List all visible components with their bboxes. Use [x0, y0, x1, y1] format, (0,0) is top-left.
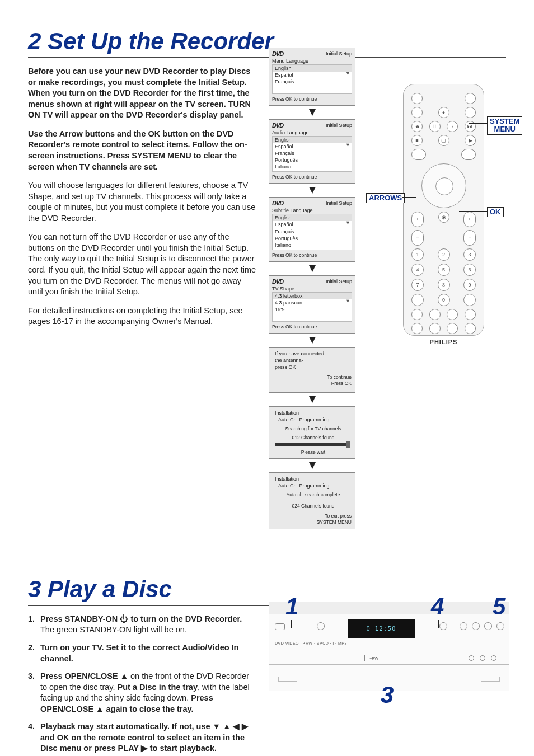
remote-nav-ring: [421, 163, 466, 208]
osd-line: To continue: [327, 374, 352, 380]
osd-item: Français: [275, 150, 349, 157]
remote-button: [465, 309, 476, 320]
diagram-number-1: 1: [285, 593, 298, 620]
osd-item: Español: [275, 221, 349, 228]
philips-brand-label: PHILIPS: [408, 339, 479, 345]
osd-line: 024 Channels found: [275, 503, 352, 509]
osd-subtitle-language: DVDInitial Setup Subtitle Language ▲▼ En…: [269, 197, 355, 262]
section-2-p1: You will choose languages for different …: [28, 180, 257, 224]
callout-system-menu: SYSTEMMENU: [487, 116, 522, 135]
osd-item-selected: 4:3 letterbox: [273, 293, 352, 299]
osd-title: Menu Language: [272, 58, 352, 64]
osd-title: Subtitle Language: [272, 208, 352, 213]
remote-button: +: [463, 212, 476, 227]
down-arrow-icon: [309, 337, 316, 344]
section-2-intro: Before you can use your new DVD Recorder…: [28, 66, 257, 121]
section-2-p3: For detailed instructions on completing …: [28, 306, 257, 327]
prev-button: [460, 622, 467, 630]
remote-button: [447, 323, 458, 334]
standby-on-button: [275, 623, 285, 630]
section-2-text-column: Before you can use your new DVD Recorder…: [28, 66, 257, 335]
dvd-logo-icon: DVD: [272, 122, 283, 129]
device-lower-strip: +RW: [269, 652, 509, 665]
remote-button: [463, 294, 476, 306]
front-av-jacks: [469, 655, 496, 661]
osd-item: Português: [275, 235, 349, 242]
remote-button: [447, 309, 458, 320]
diagram-number-5: 5: [493, 593, 505, 620]
remote-digit-button: 9: [463, 279, 476, 291]
step-1: 1. Press STANDBY-ON ⏻ to turn on the DVD…: [28, 614, 252, 636]
osd-header: Initial Setup: [326, 200, 352, 206]
osd-item: Français: [275, 228, 349, 235]
osd-line: Auto Ch. Programming: [278, 483, 352, 489]
remote-button: −: [411, 230, 424, 246]
osd-item-selected: English: [273, 214, 352, 221]
osd-line: Please wait: [275, 449, 352, 455]
remote-button: [461, 149, 476, 160]
remote-body: ● ⏮⏸›⏭ ■▢▶ +◉+ −− 123 456 789 0 PHILIPS: [403, 84, 484, 336]
osd-line: Installation: [275, 476, 352, 482]
remote-digit-button: 3: [463, 248, 476, 261]
osd-menu-stack: DVDInitial Setup Menu Language ▲▼ Englis…: [269, 48, 355, 529]
osd-line: the antenna-: [275, 358, 352, 363]
remote-digit-button: 0: [438, 294, 450, 306]
remote-button: ⏭: [465, 121, 476, 132]
dvd-logo-icon: DVD: [272, 200, 283, 206]
progress-bar: [275, 443, 348, 446]
osd-line: To exit press: [325, 513, 352, 519]
device-main-panel: 0 12:50 DVD VIDEO · +RW · SVCD · i · MP3: [269, 614, 509, 652]
open-close-button: [317, 622, 325, 630]
osd-title: TV Shape: [272, 286, 352, 292]
section-2-instructions: Use the Arrow buttons and the OK button …: [28, 129, 257, 172]
osd-footer: Press OK to continue: [272, 252, 352, 258]
remote-button: [411, 309, 423, 320]
osd-complete: Installation Auto Ch. Programming Auto c…: [269, 472, 355, 529]
remote-button: [411, 294, 424, 306]
remote-button: ▢: [438, 135, 449, 146]
section-2-title: 2 Set Up the Recorder: [28, 28, 506, 58]
section-2-p2: You can not turn off the DVD Recorder or…: [28, 232, 257, 297]
osd-footer: Press OK to continue: [272, 96, 352, 102]
device-playback-controls: [439, 622, 504, 630]
dvd-logo-icon: DVD: [272, 50, 283, 57]
osd-item: 4:3 panscan: [275, 299, 349, 306]
osd-tv-shape: DVDInitial Setup TV Shape ▲▼ 4:3 letterb…: [269, 275, 355, 334]
diagram-number-3: 3: [381, 682, 394, 708]
osd-searching: Installation Auto Ch. Programming Search…: [269, 406, 355, 459]
stop-button: [472, 622, 480, 630]
remote-button: [465, 323, 476, 334]
osd-item: Italiano: [275, 242, 349, 248]
osd-title: Audio Language: [272, 130, 352, 135]
remote-button: [411, 323, 423, 334]
remote-button: ›: [447, 121, 458, 132]
osd-line: Press OK: [331, 381, 352, 386]
dvd-recorder-front-panel: 0 12:50 DVD VIDEO · +RW · SVCD · i · MP3…: [269, 602, 509, 691]
remote-record-button: ●: [438, 107, 449, 118]
remote-button: [429, 323, 441, 334]
progress-handle: [346, 441, 350, 448]
osd-line: Searching for TV channels: [275, 426, 352, 431]
osd-menu-language: DVDInitial Setup Menu Language ▲▼ Englis…: [269, 48, 355, 106]
device-bezel: [269, 665, 509, 678]
remote-button: [411, 93, 423, 104]
device-top-edge: [269, 602, 509, 614]
osd-line: press OK: [275, 364, 352, 370]
down-arrow-icon: [309, 265, 316, 272]
remote-button: [411, 149, 426, 160]
remote-button: [465, 107, 476, 118]
osd-audio-language: DVDInitial Setup Audio Language ▲▼ Engli…: [269, 119, 355, 184]
osd-header: Initial Setup: [326, 123, 352, 128]
remote-digit-button: 1: [411, 248, 424, 261]
diagram-number-4: 4: [431, 593, 444, 620]
play-button: [484, 622, 492, 630]
next-button: [496, 622, 504, 630]
step-2: 2. Turn on your TV. Set it to the correc…: [28, 642, 252, 664]
osd-footer: Press OK to continue: [272, 324, 352, 330]
remote-button: [429, 309, 441, 320]
osd-item-selected: English: [273, 137, 352, 143]
osd-footer: Press OK to continue: [272, 174, 352, 180]
osd-list: ▲▼ English Español Français Português It…: [272, 214, 352, 250]
remote-button: ⏸: [429, 121, 441, 132]
osd-header: Initial Setup: [326, 51, 352, 57]
